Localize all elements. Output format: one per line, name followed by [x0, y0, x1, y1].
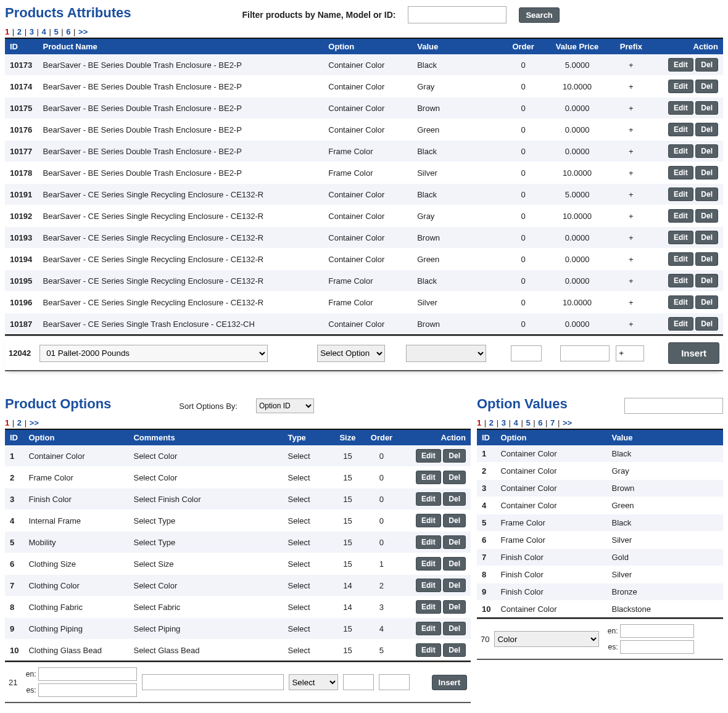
opt-comment-input[interactable]	[142, 674, 284, 690]
pager-link[interactable]: 6	[66, 27, 70, 36]
pager-link[interactable]: 2	[17, 418, 22, 427]
del-button[interactable]: Del	[443, 579, 466, 592]
pager-link[interactable]: 2	[489, 418, 494, 427]
del-button[interactable]: Del	[443, 600, 466, 614]
del-button[interactable]: Del	[443, 622, 466, 635]
cell-price: 0.0000	[545, 313, 609, 336]
table-row: 10191 BearSaver - CE Series Single Recyc…	[5, 184, 723, 205]
options-insert-button[interactable]: Insert	[432, 675, 467, 690]
pager-link[interactable]: 2	[17, 27, 22, 36]
cell-order: 0	[363, 510, 400, 532]
edit-button[interactable]: Edit	[416, 600, 441, 614]
edit-button[interactable]: Edit	[668, 295, 693, 309]
edit-button[interactable]: Edit	[668, 252, 693, 266]
del-button[interactable]: Del	[443, 449, 466, 463]
search-button[interactable]: Search	[519, 7, 559, 23]
del-button[interactable]: Del	[695, 295, 718, 309]
del-button[interactable]: Del	[443, 492, 466, 506]
pager-link[interactable]: 5	[54, 27, 58, 36]
pager-next[interactable]: >>	[563, 418, 572, 427]
attributes-insert-row: 12042 01 Pallet-2000 Pounds Select Optio…	[5, 336, 723, 371]
del-button[interactable]: Del	[695, 209, 718, 223]
filter-input[interactable]	[408, 6, 507, 23]
opt-en-input[interactable]	[38, 667, 137, 681]
cell-price: 5.0000	[545, 54, 609, 76]
sort-select[interactable]: Option ID	[256, 398, 314, 413]
del-button[interactable]: Del	[695, 317, 718, 331]
edit-button[interactable]: Edit	[416, 449, 441, 463]
col-price: Value Price	[545, 38, 609, 54]
val-en-input[interactable]	[620, 624, 694, 638]
opt-es-input[interactable]	[38, 683, 137, 697]
del-button[interactable]: Del	[443, 514, 466, 527]
cell-size: 15	[332, 467, 363, 488]
pager-link[interactable]: 4	[42, 27, 46, 36]
del-button[interactable]: Del	[695, 231, 718, 244]
del-button[interactable]: Del	[695, 252, 718, 266]
attributes-insert-button[interactable]: Insert	[668, 342, 719, 364]
edit-button[interactable]: Edit	[668, 80, 693, 93]
edit-button[interactable]: Edit	[668, 123, 693, 136]
insert-product-select[interactable]: 01 Pallet-2000 Pounds	[39, 345, 268, 362]
edit-button[interactable]: Edit	[668, 58, 693, 72]
edit-button[interactable]: Edit	[668, 144, 693, 158]
edit-button[interactable]: Edit	[668, 188, 693, 201]
del-button[interactable]: Del	[443, 557, 466, 571]
edit-button[interactable]: Edit	[668, 209, 693, 223]
insert-value-select[interactable]	[406, 345, 486, 362]
values-search-input[interactable]	[624, 398, 723, 414]
val-es-input[interactable]	[620, 640, 694, 654]
pager-link[interactable]: 4	[514, 418, 518, 427]
opt-type-select[interactable]: Select	[289, 674, 338, 690]
pager-link[interactable]: 5	[526, 418, 530, 427]
val-option-select[interactable]: Color	[494, 631, 599, 647]
insert-option-select[interactable]: Select Option	[317, 345, 385, 362]
cell-prefix: +	[609, 184, 653, 205]
opt-order-input[interactable]	[379, 674, 410, 690]
cell-value: Gold	[606, 549, 723, 566]
pager-next[interactable]: >>	[30, 418, 39, 427]
edit-button[interactable]: Edit	[416, 471, 441, 484]
pager-next[interactable]: >>	[78, 27, 88, 36]
del-button[interactable]: Del	[695, 80, 718, 93]
opt-size-input[interactable]	[343, 674, 374, 690]
edit-button[interactable]: Edit	[416, 643, 441, 657]
pager-link[interactable]: 3	[30, 27, 34, 36]
pager-link[interactable]: 3	[502, 418, 506, 427]
insert-prefix-input[interactable]	[616, 345, 644, 361]
del-button[interactable]: Del	[695, 144, 718, 158]
cell-order: 4	[363, 618, 400, 640]
insert-order-input[interactable]	[511, 345, 542, 361]
del-button[interactable]: Del	[695, 166, 718, 179]
edit-button[interactable]: Edit	[668, 101, 693, 115]
cell-order: 0	[501, 313, 545, 336]
pager-link[interactable]: 6	[538, 418, 542, 427]
pager-link[interactable]: 7	[550, 418, 555, 427]
edit-button[interactable]: Edit	[416, 557, 441, 571]
del-button[interactable]: Del	[443, 535, 466, 549]
edit-button[interactable]: Edit	[668, 274, 693, 287]
edit-button[interactable]: Edit	[416, 579, 441, 592]
table-row: 10192 BearSaver - CE Series Single Recyc…	[5, 205, 723, 227]
del-button[interactable]: Del	[695, 101, 718, 115]
edit-button[interactable]: Edit	[416, 492, 441, 506]
del-button[interactable]: Del	[695, 274, 718, 287]
del-button[interactable]: Del	[695, 58, 718, 72]
edit-button[interactable]: Edit	[416, 514, 441, 527]
del-button[interactable]: Del	[443, 471, 466, 484]
cell-name: BearSaver - BE Series Double Trash Enclo…	[38, 162, 324, 184]
cell-option: Container Color	[323, 54, 412, 76]
edit-button[interactable]: Edit	[668, 317, 693, 331]
edit-button[interactable]: Edit	[416, 535, 441, 549]
sort-label: Sort Options By:	[179, 402, 238, 411]
edit-button[interactable]: Edit	[416, 622, 441, 635]
edit-button[interactable]: Edit	[668, 166, 693, 179]
del-button[interactable]: Del	[695, 123, 718, 136]
edit-button[interactable]: Edit	[668, 231, 693, 244]
cell-value: Black	[606, 445, 723, 463]
del-button[interactable]: Del	[443, 643, 466, 657]
del-button[interactable]: Del	[695, 188, 718, 201]
cell-option: Container Color	[495, 445, 606, 463]
cell-order: 0	[363, 445, 400, 467]
insert-price-input[interactable]	[560, 345, 610, 361]
